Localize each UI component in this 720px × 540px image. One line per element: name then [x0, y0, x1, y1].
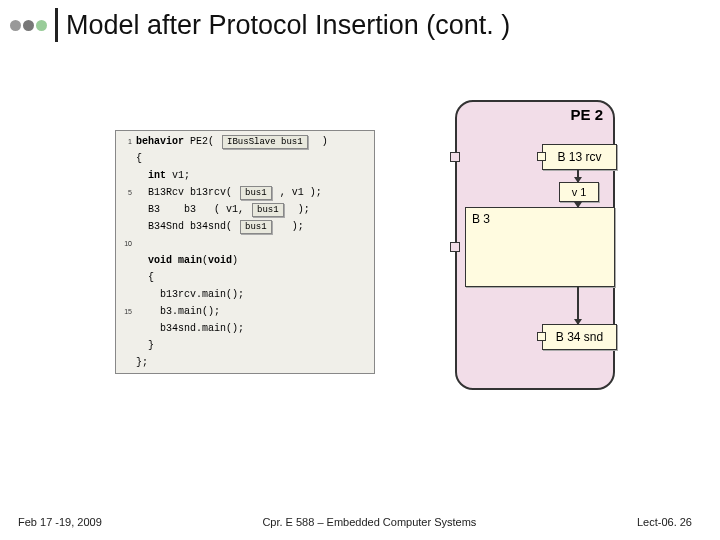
footer-page: Lect-06. 26 [637, 516, 692, 528]
code-text: B34Snd b34snd( [136, 218, 238, 235]
block-label: B 3 [472, 212, 490, 226]
code-line: }; [136, 354, 368, 371]
code-text: v1; [166, 167, 190, 184]
line-number: 1 [120, 133, 132, 150]
code-text [136, 167, 148, 184]
code-text: ); [274, 218, 304, 235]
code-text: ) [232, 252, 238, 269]
block-label: v 1 [572, 186, 587, 198]
code-line: B3 b3 ( v1, bus1 ); [136, 201, 368, 218]
port-icon [537, 332, 546, 341]
dot-icon [23, 20, 34, 31]
param-pill: bus1 [252, 203, 284, 217]
block-diagram: PE 2 B 13 rcv v 1 B 3 B 34 snd [455, 130, 675, 374]
b3-block: B 3 [465, 207, 615, 287]
keyword: void [208, 252, 232, 269]
port-icon [537, 152, 546, 161]
bullet-dots [10, 20, 47, 31]
keyword: int [148, 167, 166, 184]
code-text: PE2( [184, 133, 220, 150]
code-line: int v1; [136, 167, 368, 184]
line-number: 10 [120, 235, 132, 252]
port-icon [450, 242, 460, 252]
block-label: B 13 rcv [557, 150, 601, 164]
footer-course: Cpr. E 588 – Embedded Computer Systems [262, 516, 476, 528]
slide-content: 1 behavior PE2( IBusSlave bus1 ) { int v… [115, 130, 690, 374]
arrow-down-icon [577, 170, 579, 182]
dot-icon [36, 20, 47, 31]
footer-date: Feb 17 -19, 2009 [18, 516, 102, 528]
code-line: B13Rcv b13rcv( bus1 , v1 ); [136, 184, 368, 201]
param-pill: bus1 [240, 220, 272, 234]
divider [55, 8, 58, 42]
dot-icon [10, 20, 21, 31]
code-line: b34snd.main(); [136, 320, 368, 337]
pe2-label: PE 2 [570, 106, 603, 123]
param-pill: bus1 [240, 186, 272, 200]
code-line: b3.main(); [136, 303, 368, 320]
b13rcv-block: B 13 rcv [542, 144, 617, 170]
pe2-container: PE 2 B 13 rcv v 1 B 3 B 34 snd [455, 100, 615, 390]
code-text: B13Rcv b13rcv( [136, 184, 238, 201]
slide-header: Model after Protocol Insertion (cont. ) [0, 0, 720, 42]
code-line: B34Snd b34snd( bus1 ); [136, 218, 368, 235]
code-line: { [136, 150, 368, 167]
code-line: behavior PE2( IBusSlave bus1 ) [136, 133, 368, 150]
code-text: , v1 ); [274, 184, 322, 201]
code-text: ); [286, 201, 310, 218]
keyword: void [148, 252, 172, 269]
block-label: B 34 snd [556, 330, 603, 344]
keyword: main [178, 252, 202, 269]
arrow-down-icon [577, 287, 579, 324]
param-pill: IBusSlave bus1 [222, 135, 308, 149]
code-line [136, 235, 368, 252]
code-line: { [136, 269, 368, 286]
slide-footer: Feb 17 -19, 2009 Cpr. E 588 – Embedded C… [0, 516, 720, 528]
code-listing: 1 behavior PE2( IBusSlave bus1 ) { int v… [115, 130, 375, 374]
keyword: behavior [136, 133, 184, 150]
page-title: Model after Protocol Insertion (cont. ) [66, 10, 510, 41]
code-line: b13rcv.main(); [136, 286, 368, 303]
code-text [136, 252, 148, 269]
b34snd-block: B 34 snd [542, 324, 617, 350]
line-number: 5 [120, 184, 132, 201]
code-text: ) [310, 133, 328, 150]
port-icon [450, 152, 460, 162]
code-line: void main(void) [136, 252, 368, 269]
v1-block: v 1 [559, 182, 599, 202]
code-text: B3 b3 ( v1, [136, 201, 250, 218]
line-number: 15 [120, 303, 132, 320]
code-line: } [136, 337, 368, 354]
